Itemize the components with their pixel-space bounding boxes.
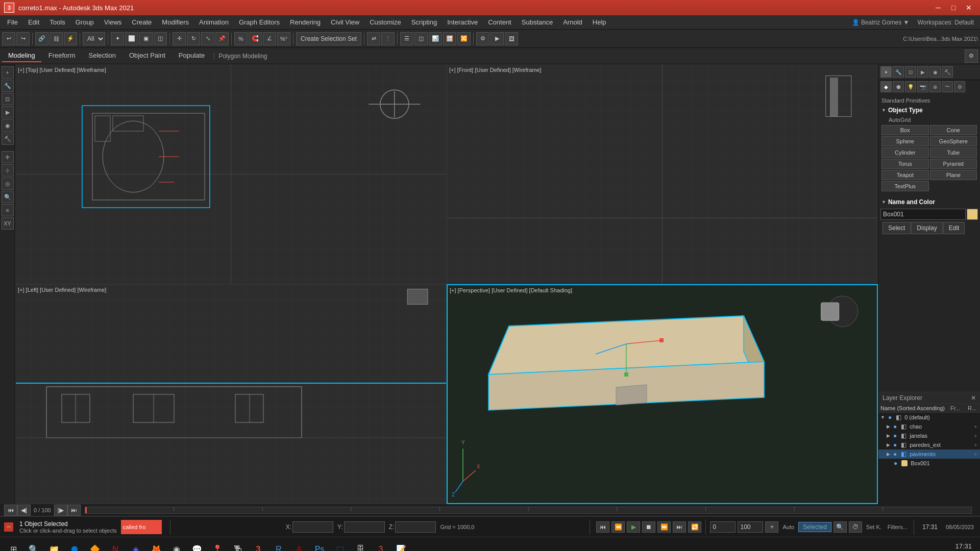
rp-create-icon[interactable]: + (880, 66, 892, 78)
next-key-button[interactable]: |▶ (54, 505, 67, 516)
rp-geo-icon[interactable]: ◆ (880, 81, 892, 92)
unlink-button[interactable]: ⛓ (50, 32, 63, 45)
tab-modeling[interactable]: Modeling (2, 49, 41, 62)
lt-isolate[interactable]: 🔍 (2, 191, 14, 203)
menu-file[interactable]: File (2, 16, 23, 28)
x-input[interactable] (292, 521, 333, 533)
expand-default[interactable]: ▼ (880, 415, 885, 420)
rp-motion-icon[interactable]: ▶ (917, 66, 928, 78)
layer-row-default[interactable]: ▼ ● ◧ 0 (default) (878, 413, 980, 422)
menu-views[interactable]: Views (99, 16, 127, 28)
vis-box001[interactable]: ● (894, 460, 897, 467)
first-frame-btn[interactable]: ⏮ (596, 521, 609, 533)
name-field[interactable] (880, 209, 966, 220)
select-crossing-button[interactable]: ◫ (154, 32, 167, 45)
mirror-button[interactable]: ⇌ (367, 32, 380, 45)
frame-total-input[interactable] (738, 521, 763, 533)
vis-pavimento[interactable]: ● (893, 450, 897, 458)
discord-icon[interactable]: ◈ (127, 540, 145, 552)
render-button[interactable]: ▶ (491, 32, 504, 45)
undo-button[interactable]: ↩ (2, 32, 15, 45)
menu-graph-editors[interactable]: Graph Editors (234, 16, 285, 28)
rp-utilities-icon[interactable]: 🔨 (942, 66, 953, 78)
rp-shape-icon[interactable]: ⬟ (893, 81, 904, 92)
ff-icon[interactable]: 🦊 (147, 540, 165, 552)
move-button[interactable]: ✛ (173, 32, 186, 45)
viewport-left[interactable]: [+] [Left] [User Defined] [Wireframe] (15, 284, 447, 504)
menu-rendering[interactable]: Rendering (285, 16, 326, 28)
netflix-icon[interactable]: N (106, 540, 125, 552)
maps-icon[interactable]: 📍 (208, 540, 227, 552)
redo-button[interactable]: ↪ (16, 32, 30, 45)
render-setup-button[interactable]: ⚙ (476, 32, 489, 45)
obj-btn-textplus[interactable]: TextPlus (881, 181, 929, 191)
next-frame-button[interactable]: ⏭ (67, 505, 81, 516)
color-swatch[interactable] (967, 209, 978, 220)
search-button[interactable]: 🔍 (834, 521, 847, 533)
3dsmax-icon2[interactable]: 3 (372, 540, 390, 552)
obj-btn-teapot[interactable]: Teapot (881, 170, 929, 180)
tab-freeform[interactable]: Freeform (42, 49, 82, 62)
layer-button[interactable]: ☰ (400, 32, 413, 45)
add-time-tag-button[interactable]: ⏱ (849, 521, 862, 533)
lt-sub-object[interactable]: ◎ (2, 178, 14, 190)
menu-group[interactable]: Group (70, 16, 99, 28)
menu-civil-view[interactable]: Civil View (326, 16, 364, 28)
lt-display-button[interactable]: ◉ (2, 119, 14, 132)
rp-tab-edit[interactable]: Edit (943, 222, 965, 234)
place-button[interactable]: 📌 (215, 32, 229, 45)
filter-select[interactable]: All (83, 32, 105, 45)
file-explorer-icon[interactable]: 📁 (45, 540, 63, 552)
slate-button[interactable]: 🪟 (443, 32, 456, 45)
start-button[interactable]: ⊞ (4, 540, 22, 552)
select-region-button[interactable]: ⬜ (125, 32, 138, 45)
revit-icon[interactable]: R (270, 540, 288, 552)
menu-edit[interactable]: Edit (23, 16, 44, 28)
code-icon[interactable]: ⬚ (331, 540, 349, 552)
viewport-perspective[interactable]: [+] [Perspective] [User Defined] [Defaul… (447, 284, 878, 504)
expand-chao[interactable]: ▶ (887, 424, 890, 429)
rp-system-icon[interactable]: ⚙ (954, 81, 965, 92)
schematic-button[interactable]: 🔀 (457, 32, 471, 45)
notepad-icon[interactable]: 📝 (392, 540, 410, 552)
y-input[interactable] (344, 521, 385, 533)
lt-motion-button[interactable]: ▶ (2, 106, 14, 118)
snap-button[interactable]: 🧲 (249, 32, 262, 45)
menu-customize[interactable]: Customize (364, 16, 406, 28)
percent-snap-button[interactable]: %° (277, 32, 290, 45)
viewport-front[interactable]: [+] [Front] [User Defined] [Wireframe] (447, 64, 878, 284)
rotate-button[interactable]: ↻ (187, 32, 200, 45)
maximize-button[interactable]: □ (946, 2, 961, 13)
rp-tab-select[interactable]: Select (883, 222, 911, 234)
lt-hierarchy-button[interactable]: ⊡ (2, 93, 14, 105)
rp-hierarchy-icon[interactable]: ⊡ (905, 66, 916, 78)
titlebar-controls[interactable]: ─ □ ✕ (931, 2, 976, 13)
tab-populate[interactable]: Populate (173, 49, 211, 62)
edge-icon[interactable]: ⬣ (65, 540, 84, 552)
obj-btn-sphere[interactable]: Sphere (881, 136, 929, 146)
bind-button[interactable]: ⚡ (64, 32, 77, 45)
timeline-slider[interactable] (85, 507, 972, 514)
menu-modifiers[interactable]: Modifiers (157, 16, 194, 28)
viewport-top[interactable]: [+] [Top] [User Defined] [Wireframe] (15, 64, 447, 284)
layer-row-pavimento[interactable]: ▶ ● ◧ pavimento + (878, 449, 980, 459)
lt-quick-align[interactable]: ≡ (2, 204, 14, 216)
percent-button[interactable]: % (234, 32, 248, 45)
add-time-icon[interactable]: + (765, 521, 778, 533)
menu-tools[interactable]: Tools (44, 16, 70, 28)
lt-xy-label[interactable]: XY (2, 217, 14, 230)
menu-scripting[interactable]: Scripting (406, 16, 443, 28)
3dsmax-icon1[interactable]: 3 (249, 540, 267, 552)
menu-help[interactable]: Help (587, 16, 611, 28)
expand-paredes[interactable]: ▶ (887, 442, 890, 447)
render-frame-button[interactable]: 🖼 (505, 32, 518, 45)
play-btn[interactable]: ▶ (627, 521, 640, 533)
obj-btn-box[interactable]: Box (881, 125, 929, 135)
frame-num-input[interactable] (710, 521, 736, 533)
rp-modify-icon[interactable]: 🔧 (893, 66, 904, 78)
obj-btn-plane[interactable]: Plane (930, 170, 977, 180)
last-frame-btn[interactable]: ⏭ (673, 521, 686, 533)
layer-row-paredes-ext[interactable]: ▶ ● ◧ paredes_ext + (878, 440, 980, 449)
obj-btn-torus[interactable]: Torus (881, 159, 929, 169)
vis-default[interactable]: ● (888, 414, 892, 421)
